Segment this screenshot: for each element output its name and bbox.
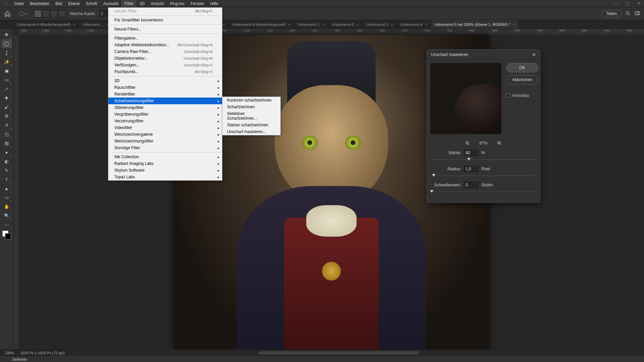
menu-item[interactable]: Camera Raw-Filter...Umschalt+Strg+A	[108, 48, 222, 55]
document-tab[interactable]: Unbenannt-4×	[397, 20, 431, 28]
tab-close-icon[interactable]: ×	[425, 22, 427, 26]
menu-item[interactable]: Weichzeichnungsfilter	[108, 138, 222, 144]
menu-schrift[interactable]: Schrift	[83, 0, 100, 7]
color-swatches[interactable]	[2, 231, 11, 239]
menu-item[interactable]: Verzerrungsfilter	[108, 118, 222, 124]
menu-3d[interactable]: 3D	[137, 0, 148, 7]
selection-new-icon[interactable]	[34, 10, 42, 17]
tool-crop[interactable]: ▣	[2, 66, 12, 75]
status-nav-icon[interactable]: 〈 〉	[71, 351, 80, 355]
tool-eyedropper[interactable]: ⤢	[2, 84, 12, 93]
menu-item[interactable]: Topaz Labs	[108, 174, 222, 180]
menu-auswahl[interactable]: Auswahl	[100, 0, 121, 7]
document-tab[interactable]: Unbenannt-9-Wiederhergestellt×	[229, 20, 294, 28]
menu-item[interactable]: Vergröberungsfilter	[108, 111, 222, 118]
tool-more[interactable]: ⋯	[2, 220, 12, 229]
cancel-button[interactable]: Abbrechen	[506, 75, 538, 84]
menu-item[interactable]: Nik Collection	[108, 154, 222, 160]
close-icon[interactable]: ✕	[532, 52, 536, 57]
tool-frame[interactable]: ▭	[2, 75, 12, 84]
document-tab[interactable]: Unbenannt-5 bei 100% (Ebene 1, RGB/8#) *…	[431, 20, 519, 28]
tool-history-brush[interactable]: ↺	[2, 121, 12, 129]
document-tab[interactable]: Unbenannt-2×	[328, 20, 363, 28]
menu-item[interactable]: Sonstige Filter	[108, 144, 222, 151]
tab-close-icon[interactable]: ×	[322, 22, 324, 26]
menu-item[interactable]: Radiant Imaging Labs	[108, 160, 222, 167]
menu-item[interactable]: Objektivkorrektur...Umschalt+Strg+R	[108, 55, 222, 62]
workspace-icon[interactable]	[635, 11, 641, 17]
tab-close-icon[interactable]: ×	[391, 22, 393, 26]
menu-item[interactable]: Adaptive Weitwinkelkorrektur...Alt+Umsch…	[108, 42, 222, 48]
tool-type[interactable]: T	[2, 175, 12, 184]
tool-gradient[interactable]: ▤	[2, 139, 12, 147]
submenu-item[interactable]: Selektiver Scharfzeichner...	[222, 110, 280, 122]
tool-brush[interactable]: 🖌	[2, 103, 12, 111]
menu-item[interactable]: Filtergalerie...	[108, 35, 222, 42]
submenu-item[interactable]: Scharfzeichnen	[222, 104, 280, 110]
menu-plug-ins[interactable]: Plug-ins	[167, 0, 187, 7]
tab-close-icon[interactable]: ×	[73, 22, 75, 26]
background-swatch[interactable]	[5, 233, 11, 239]
document-tab[interactable]: Unbenannt-3×	[363, 20, 397, 28]
tool-stamp[interactable]: ⧉	[2, 112, 12, 120]
tab-close-icon[interactable]: ×	[288, 22, 290, 26]
tool-wand[interactable]: ✨	[2, 57, 12, 66]
document-tab[interactable]: Unbenannt-1×	[294, 20, 328, 28]
document-tab[interactable]: Unbenannt-4-Wiederhergestellt×	[13, 20, 79, 28]
status-zoom[interactable]: 100%	[5, 351, 14, 355]
menu-item[interactable]: Fluchtpunkt...Alt+Strg+V	[108, 68, 222, 75]
selection-subtract-icon[interactable]	[50, 10, 58, 17]
menu-fenster[interactable]: Fenster	[187, 0, 207, 7]
maximize-icon[interactable]: ▢	[624, 1, 631, 6]
tool-rectangle[interactable]: ▭	[2, 193, 12, 202]
zoom-in-icon[interactable]	[497, 141, 502, 145]
tab-close-icon[interactable]: ×	[357, 22, 359, 26]
timeline-tab[interactable]: Zeitleiste	[7, 356, 32, 362]
menu-ebene[interactable]: Ebene	[65, 0, 83, 7]
tool-marquee-ellipse[interactable]: ◯	[2, 39, 12, 48]
tool-dodge[interactable]: ◐	[2, 157, 12, 166]
menu-item[interactable]: Skylum Software	[108, 167, 222, 174]
tool-path-select[interactable]: ▲	[2, 184, 12, 193]
marquee-ellipse-icon[interactable]: ▾	[18, 10, 26, 18]
menu-ansicht[interactable]: Ansicht	[148, 0, 167, 7]
radius-slider[interactable]	[432, 174, 535, 178]
selection-add-icon[interactable]	[42, 10, 50, 17]
tool-zoom[interactable]: 🔍	[2, 211, 12, 220]
submenu-item[interactable]: Stärker scharfzeichnen	[222, 122, 280, 128]
menu-item[interactable]: Scharfzeichnungsfilter	[108, 98, 222, 104]
share-button[interactable]: Teilen	[601, 10, 622, 17]
ok-button[interactable]: OK	[506, 63, 538, 72]
submenu-item[interactable]: Unscharf maskieren...	[222, 128, 280, 135]
zoom-out-icon[interactable]	[465, 141, 470, 145]
tool-eraser[interactable]: ◫	[2, 130, 12, 138]
submenu-item[interactable]: Konturen scharfzeichnen	[222, 97, 280, 104]
menu-bild[interactable]: Bild	[52, 0, 65, 7]
menu-item[interactable]: Stilisierungsfilter	[108, 104, 222, 111]
menu-item[interactable]: Für Smartfilter konvertieren	[108, 17, 222, 23]
menu-filter[interactable]: Filter	[121, 0, 137, 7]
document-tab[interactable]: Unbenann…×	[79, 20, 112, 28]
strength-input[interactable]	[464, 149, 479, 156]
tool-lasso[interactable]: ʆ	[2, 48, 12, 57]
menu-item[interactable]: Videofilter	[108, 124, 222, 131]
dialog-titlebar[interactable]: Unscharf maskieren ✕	[427, 50, 540, 60]
tool-heal[interactable]: ✚	[2, 94, 12, 102]
menu-hilfe[interactable]: Hilfe	[207, 0, 221, 7]
threshold-input[interactable]	[464, 182, 479, 188]
menu-item[interactable]: Renderfilter	[108, 91, 222, 98]
strength-slider[interactable]	[432, 158, 535, 162]
menu-item[interactable]: Rauschfilter	[108, 84, 222, 91]
horizontal-scrollbar[interactable]	[258, 351, 419, 355]
radius-input[interactable]	[464, 166, 479, 172]
threshold-slider[interactable]	[432, 190, 535, 194]
search-icon[interactable]	[625, 11, 631, 17]
tool-move[interactable]: ✥	[2, 30, 12, 39]
tool-blur[interactable]: ●	[2, 148, 12, 157]
home-icon[interactable]	[3, 10, 11, 18]
menu-item[interactable]: Verflüssigen...Umschalt+Strg+X	[108, 62, 222, 68]
minimize-icon[interactable]: —	[612, 1, 619, 6]
menu-bearbeiten[interactable]: Bearbeiten	[27, 0, 52, 7]
menu-item[interactable]: Neural Filters...	[108, 26, 222, 33]
menu-item[interactable]: Weichzeichnergalerie	[108, 131, 222, 138]
